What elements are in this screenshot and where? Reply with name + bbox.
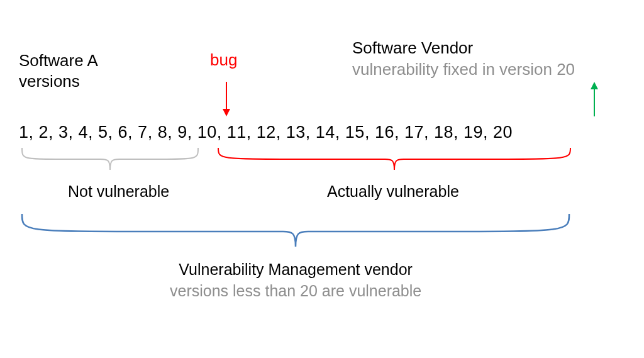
brace-actually-vulnerable-icon [215,148,574,173]
software-a-line1: Software A [19,51,98,70]
software-vendor-title: Software Vendor [352,38,473,57]
vm-vendor-title: Vulnerability Management vendor [179,260,413,278]
svg-marker-1 [223,109,230,116]
software-a-label: Software A versions [19,50,98,91]
brace-not-vulnerable-icon [19,148,201,173]
bug-arrow-icon [220,82,233,119]
software-vendor-label: Software Vendor vulnerability fixed in v… [352,38,575,81]
actually-vulnerable-label: Actually vulnerable [327,182,459,201]
software-a-line2: versions [19,72,80,91]
fixed-arrow-icon [588,82,601,119]
bug-label: bug [210,50,237,70]
software-vendor-sub: vulnerability fixed in version 20 [352,59,575,81]
not-vulnerable-label: Not vulnerable [68,182,169,201]
svg-marker-3 [591,82,598,89]
brace-vm-vendor-icon [19,214,572,252]
version-list: 1, 2, 3, 4, 5, 6, 7, 8, 9, 10, 11, 12, 1… [19,123,513,142]
vm-vendor-sub: versions less than 20 are vulnerable [170,281,421,302]
vm-vendor-label: Vulnerability Management vendor versions… [170,259,421,302]
